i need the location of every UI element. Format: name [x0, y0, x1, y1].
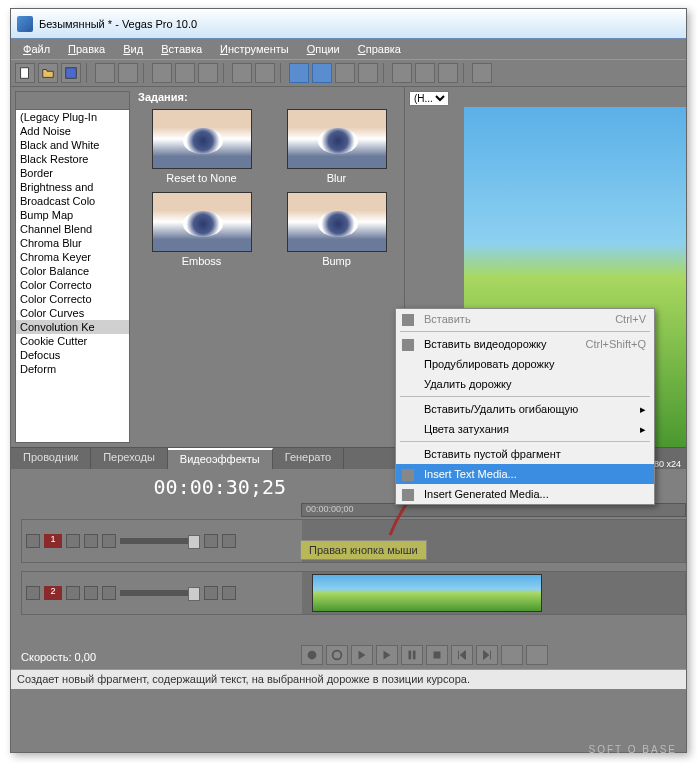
- help-icon[interactable]: [472, 63, 492, 83]
- stop-icon[interactable]: [426, 645, 448, 665]
- fx-item[interactable]: (Legacy Plug-In: [16, 110, 129, 124]
- menu-file[interactable]: Файл: [15, 41, 58, 57]
- play-start-icon[interactable]: [351, 645, 373, 665]
- video-clip[interactable]: [312, 574, 542, 612]
- fx-item[interactable]: Color Correcto: [16, 292, 129, 306]
- fx-item[interactable]: Bump Map: [16, 208, 129, 222]
- mute-icon[interactable]: [204, 586, 218, 600]
- fx-item[interactable]: Broadcast Colo: [16, 194, 129, 208]
- lock-icon[interactable]: [358, 63, 378, 83]
- context-menu-item[interactable]: Цвета затухания▸: [396, 419, 654, 439]
- fx-item[interactable]: Convolution Ke: [16, 320, 129, 334]
- tab[interactable]: Переходы: [91, 448, 168, 469]
- minimize-track-icon[interactable]: [26, 586, 40, 600]
- snap-icon[interactable]: [289, 63, 309, 83]
- fx-item[interactable]: Color Curves: [16, 306, 129, 320]
- context-menu-item[interactable]: Вставить пустой фрагмент: [396, 444, 654, 464]
- context-menu-item[interactable]: Insert Generated Media...: [396, 484, 654, 504]
- solo-icon[interactable]: [222, 534, 236, 548]
- cut-icon[interactable]: [152, 63, 172, 83]
- properties-icon[interactable]: [118, 63, 138, 83]
- undo-icon[interactable]: [232, 63, 252, 83]
- fx-item[interactable]: Border: [16, 166, 129, 180]
- auto-fade-icon[interactable]: [102, 586, 116, 600]
- prev-frame-icon[interactable]: [501, 645, 523, 665]
- preset-label: Emboss: [182, 255, 222, 267]
- mute-icon[interactable]: [204, 534, 218, 548]
- fx-item[interactable]: Chroma Keyer: [16, 250, 129, 264]
- preset[interactable]: Emboss: [138, 192, 265, 267]
- preset[interactable]: Reset to None: [138, 109, 265, 184]
- save-icon[interactable]: [61, 63, 81, 83]
- fx-item[interactable]: Color Balance: [16, 264, 129, 278]
- app-icon: [17, 16, 33, 32]
- menu-edit[interactable]: Правка: [60, 41, 113, 57]
- fx-item[interactable]: Brightness and: [16, 180, 129, 194]
- menu-insert[interactable]: Вставка: [153, 41, 210, 57]
- pause-icon[interactable]: [401, 645, 423, 665]
- crossfade-icon[interactable]: [335, 63, 355, 83]
- context-menu-item[interactable]: Вставить/Удалить огибающую▸: [396, 399, 654, 419]
- preset[interactable]: Bump: [273, 192, 400, 267]
- fx-item[interactable]: Black Restore: [16, 152, 129, 166]
- render-icon[interactable]: [95, 63, 115, 83]
- track-fx-icon[interactable]: [84, 586, 98, 600]
- preset[interactable]: Blur: [273, 109, 400, 184]
- menu-options[interactable]: Опции: [299, 41, 348, 57]
- tab[interactable]: Видеоэффекты: [168, 448, 273, 469]
- auto-fade-icon[interactable]: [102, 534, 116, 548]
- next-frame-icon[interactable]: [526, 645, 548, 665]
- fx-item[interactable]: Add Noise: [16, 124, 129, 138]
- edit-tool-icon[interactable]: [392, 63, 412, 83]
- zoom-tool-icon[interactable]: [438, 63, 458, 83]
- new-icon[interactable]: [15, 63, 35, 83]
- svg-point-2: [308, 651, 317, 660]
- track-number: 2: [44, 586, 62, 600]
- fx-list[interactable]: (Legacy Plug-InAdd NoiseBlack and WhiteB…: [15, 91, 130, 443]
- main-toolbar: [11, 59, 686, 87]
- paste-icon[interactable]: [198, 63, 218, 83]
- record-icon[interactable]: [301, 645, 323, 665]
- preset-thumbnail: [152, 109, 252, 169]
- quality-dropdown[interactable]: (Н...: [409, 91, 449, 106]
- play-icon[interactable]: [376, 645, 398, 665]
- fx-item[interactable]: Defocus: [16, 348, 129, 362]
- minimize-track-icon[interactable]: [26, 534, 40, 548]
- fx-item[interactable]: Deform: [16, 362, 129, 376]
- fx-item[interactable]: Black and White: [16, 138, 129, 152]
- context-menu-item[interactable]: Продублировать дорожку: [396, 354, 654, 374]
- video-track-2[interactable]: 2: [21, 571, 686, 615]
- time-ruler[interactable]: 00:00:00;00: [301, 503, 686, 517]
- fx-item[interactable]: Chroma Blur: [16, 236, 129, 250]
- menu-item-label: Продублировать дорожку: [424, 358, 554, 370]
- loop-icon[interactable]: [326, 645, 348, 665]
- menu-item-label: Вставить пустой фрагмент: [424, 448, 561, 460]
- context-menu-item[interactable]: Вставить видеодорожкуCtrl+Shift+Q: [396, 334, 654, 354]
- bypass-fx-icon[interactable]: [66, 534, 80, 548]
- tab[interactable]: Проводник: [11, 448, 91, 469]
- track-level-slider[interactable]: [120, 590, 200, 596]
- menu-view[interactable]: Вид: [115, 41, 151, 57]
- fx-item[interactable]: Cookie Cutter: [16, 334, 129, 348]
- redo-icon[interactable]: [255, 63, 275, 83]
- menu-tools[interactable]: Инструменты: [212, 41, 297, 57]
- context-menu-item[interactable]: Insert Text Media...: [396, 464, 654, 484]
- solo-icon[interactable]: [222, 586, 236, 600]
- auto-ripple-icon[interactable]: [312, 63, 332, 83]
- go-start-icon[interactable]: [451, 645, 473, 665]
- fx-item[interactable]: Channel Blend: [16, 222, 129, 236]
- fx-item[interactable]: Color Correcto: [16, 278, 129, 292]
- menu-help[interactable]: Справка: [350, 41, 409, 57]
- copy-icon[interactable]: [175, 63, 195, 83]
- open-icon[interactable]: [38, 63, 58, 83]
- track-body-2[interactable]: [302, 572, 685, 614]
- bypass-fx-icon[interactable]: [66, 586, 80, 600]
- track-fx-icon[interactable]: [84, 534, 98, 548]
- track-level-slider[interactable]: [120, 538, 200, 544]
- go-end-icon[interactable]: [476, 645, 498, 665]
- selection-tool-icon[interactable]: [415, 63, 435, 83]
- tab[interactable]: Генерато: [273, 448, 345, 469]
- context-menu-item[interactable]: Удалить дорожку: [396, 374, 654, 394]
- titlebar[interactable]: Безымянный * - Vegas Pro 10.0: [11, 9, 686, 39]
- svg-rect-10: [402, 489, 414, 501]
